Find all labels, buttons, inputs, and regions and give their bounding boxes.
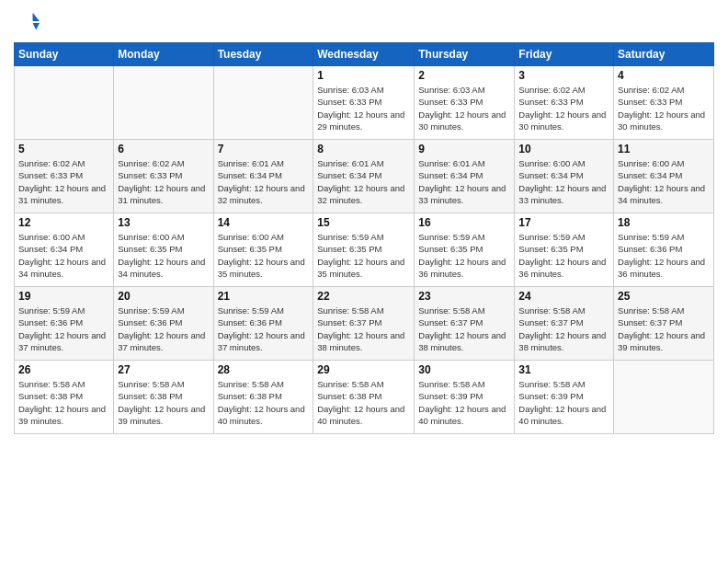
day-number: 27 (118, 363, 209, 376)
week-row-5: 26Sunrise: 5:58 AM Sunset: 6:38 PM Dayli… (15, 361, 714, 434)
day-info: Sunrise: 5:58 AM Sunset: 6:39 PM Dayligh… (518, 378, 609, 427)
day-number: 15 (317, 216, 410, 229)
header-cell-saturday: Saturday (614, 43, 714, 66)
day-info: Sunrise: 5:59 AM Sunset: 6:35 PM Dayligh… (418, 231, 510, 280)
day-number: 29 (317, 363, 410, 376)
day-cell: 14Sunrise: 6:00 AM Sunset: 6:35 PM Dayli… (213, 213, 313, 287)
day-cell: 16Sunrise: 5:59 AM Sunset: 6:35 PM Dayli… (415, 213, 515, 287)
day-info: Sunrise: 5:58 AM Sunset: 6:37 PM Dayligh… (418, 304, 510, 353)
day-number: 10 (518, 143, 609, 155)
day-cell: 11Sunrise: 6:00 AM Sunset: 6:34 PM Dayli… (614, 140, 714, 213)
day-number: 8 (317, 143, 410, 155)
day-cell: 3Sunrise: 6:02 AM Sunset: 6:33 PM Daylig… (515, 66, 614, 140)
week-row-2: 5Sunrise: 6:02 AM Sunset: 6:33 PM Daylig… (15, 140, 714, 213)
day-number: 21 (218, 290, 310, 303)
day-number: 9 (418, 143, 510, 155)
day-number: 7 (218, 143, 310, 155)
day-cell (114, 66, 213, 140)
svg-marker-0 (33, 13, 40, 21)
header-cell-tuesday: Tuesday (213, 43, 313, 66)
day-info: Sunrise: 5:59 AM Sunset: 6:36 PM Dayligh… (218, 304, 310, 353)
day-info: Sunrise: 5:58 AM Sunset: 6:37 PM Dayligh… (618, 304, 710, 353)
header-cell-monday: Monday (114, 43, 213, 66)
day-info: Sunrise: 5:58 AM Sunset: 6:38 PM Dayligh… (118, 378, 209, 427)
day-number: 18 (618, 216, 710, 229)
day-number: 20 (118, 290, 209, 303)
day-number: 17 (518, 216, 609, 229)
day-cell: 27Sunrise: 5:58 AM Sunset: 6:38 PM Dayli… (114, 361, 213, 434)
day-cell: 22Sunrise: 5:58 AM Sunset: 6:37 PM Dayli… (313, 287, 415, 361)
week-row-1: 1Sunrise: 6:03 AM Sunset: 6:33 PM Daylig… (15, 66, 714, 140)
day-info: Sunrise: 6:00 AM Sunset: 6:34 PM Dayligh… (618, 157, 710, 206)
day-cell (213, 66, 313, 140)
page-container: SundayMondayTuesdayWednesdayThursdayFrid… (0, 0, 728, 563)
day-info: Sunrise: 6:03 AM Sunset: 6:33 PM Dayligh… (317, 84, 410, 132)
day-info: Sunrise: 5:58 AM Sunset: 6:38 PM Dayligh… (317, 378, 410, 427)
logo-icon (14, 9, 40, 35)
header (14, 9, 714, 35)
day-info: Sunrise: 5:59 AM Sunset: 6:35 PM Dayligh… (518, 231, 609, 280)
day-cell: 31Sunrise: 5:58 AM Sunset: 6:39 PM Dayli… (515, 361, 614, 434)
day-info: Sunrise: 6:02 AM Sunset: 6:33 PM Dayligh… (518, 84, 609, 132)
week-row-4: 19Sunrise: 5:59 AM Sunset: 6:36 PM Dayli… (15, 287, 714, 361)
day-number: 22 (317, 290, 410, 303)
day-info: Sunrise: 5:59 AM Sunset: 6:36 PM Dayligh… (18, 304, 109, 353)
day-info: Sunrise: 5:58 AM Sunset: 6:39 PM Dayligh… (418, 378, 510, 427)
day-info: Sunrise: 5:59 AM Sunset: 6:35 PM Dayligh… (317, 231, 410, 280)
day-info: Sunrise: 6:00 AM Sunset: 6:35 PM Dayligh… (118, 231, 209, 280)
day-cell: 2Sunrise: 6:03 AM Sunset: 6:33 PM Daylig… (415, 66, 515, 140)
day-cell (614, 361, 714, 434)
day-number: 6 (118, 143, 209, 155)
day-info: Sunrise: 5:58 AM Sunset: 6:38 PM Dayligh… (18, 378, 109, 427)
day-number: 24 (518, 290, 609, 303)
day-info: Sunrise: 5:58 AM Sunset: 6:37 PM Dayligh… (317, 304, 410, 353)
week-row-3: 12Sunrise: 6:00 AM Sunset: 6:34 PM Dayli… (15, 213, 714, 287)
day-cell: 24Sunrise: 5:58 AM Sunset: 6:37 PM Dayli… (515, 287, 614, 361)
day-cell: 15Sunrise: 5:59 AM Sunset: 6:35 PM Dayli… (313, 213, 415, 287)
day-number: 19 (18, 290, 109, 303)
day-number: 14 (218, 216, 310, 229)
header-cell-friday: Friday (515, 43, 614, 66)
day-cell: 13Sunrise: 6:00 AM Sunset: 6:35 PM Dayli… (114, 213, 213, 287)
day-info: Sunrise: 6:02 AM Sunset: 6:33 PM Dayligh… (18, 157, 109, 206)
day-info: Sunrise: 5:58 AM Sunset: 6:37 PM Dayligh… (518, 304, 609, 353)
day-number: 16 (418, 216, 510, 229)
day-cell: 7Sunrise: 6:01 AM Sunset: 6:34 PM Daylig… (213, 140, 313, 213)
day-cell: 25Sunrise: 5:58 AM Sunset: 6:37 PM Dayli… (614, 287, 714, 361)
day-cell: 10Sunrise: 6:00 AM Sunset: 6:34 PM Dayli… (515, 140, 614, 213)
day-cell (15, 66, 114, 140)
day-info: Sunrise: 6:03 AM Sunset: 6:33 PM Dayligh… (418, 84, 510, 132)
header-row: SundayMondayTuesdayWednesdayThursdayFrid… (15, 43, 714, 66)
day-number: 23 (418, 290, 510, 303)
day-cell: 30Sunrise: 5:58 AM Sunset: 6:39 PM Dayli… (415, 361, 515, 434)
day-cell: 5Sunrise: 6:02 AM Sunset: 6:33 PM Daylig… (15, 140, 114, 213)
day-cell: 4Sunrise: 6:02 AM Sunset: 6:33 PM Daylig… (614, 66, 714, 140)
day-info: Sunrise: 6:01 AM Sunset: 6:34 PM Dayligh… (418, 157, 510, 206)
day-number: 12 (18, 216, 109, 229)
day-number: 28 (218, 363, 310, 376)
day-number: 30 (418, 363, 510, 376)
day-info: Sunrise: 6:00 AM Sunset: 6:34 PM Dayligh… (518, 157, 609, 206)
calendar-body: 1Sunrise: 6:03 AM Sunset: 6:33 PM Daylig… (15, 66, 714, 434)
day-info: Sunrise: 6:00 AM Sunset: 6:34 PM Dayligh… (18, 231, 109, 280)
day-info: Sunrise: 6:02 AM Sunset: 6:33 PM Dayligh… (618, 84, 710, 132)
day-cell: 20Sunrise: 5:59 AM Sunset: 6:36 PM Dayli… (114, 287, 213, 361)
calendar-header: SundayMondayTuesdayWednesdayThursdayFrid… (15, 43, 714, 66)
day-info: Sunrise: 6:01 AM Sunset: 6:34 PM Dayligh… (317, 157, 410, 206)
day-number: 13 (118, 216, 209, 229)
day-cell: 23Sunrise: 5:58 AM Sunset: 6:37 PM Dayli… (415, 287, 515, 361)
day-info: Sunrise: 5:59 AM Sunset: 6:36 PM Dayligh… (618, 231, 710, 280)
logo (14, 9, 43, 35)
day-info: Sunrise: 6:02 AM Sunset: 6:33 PM Dayligh… (118, 157, 209, 206)
day-number: 3 (518, 69, 609, 82)
header-cell-wednesday: Wednesday (313, 43, 415, 66)
day-info: Sunrise: 5:59 AM Sunset: 6:36 PM Dayligh… (118, 304, 209, 353)
day-cell: 6Sunrise: 6:02 AM Sunset: 6:33 PM Daylig… (114, 140, 213, 213)
day-number: 31 (518, 363, 609, 376)
day-cell: 29Sunrise: 5:58 AM Sunset: 6:38 PM Dayli… (313, 361, 415, 434)
day-number: 11 (618, 143, 710, 155)
day-number: 2 (418, 69, 510, 82)
calendar-table: SundayMondayTuesdayWednesdayThursdayFrid… (14, 42, 714, 434)
day-info: Sunrise: 6:01 AM Sunset: 6:34 PM Dayligh… (218, 157, 310, 206)
day-cell: 18Sunrise: 5:59 AM Sunset: 6:36 PM Dayli… (614, 213, 714, 287)
